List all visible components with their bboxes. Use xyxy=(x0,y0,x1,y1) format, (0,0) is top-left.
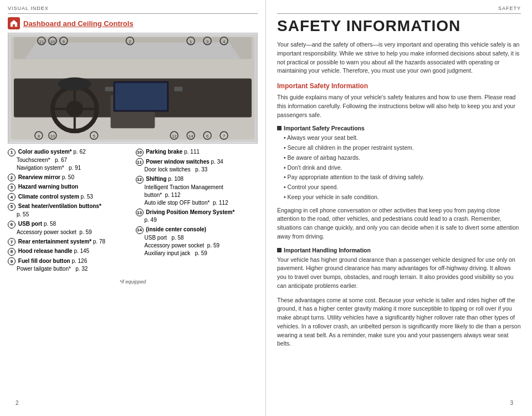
section-title-row: Dashboard and Ceiling Controls xyxy=(8,17,258,29)
precautions-para: Engaging in cell phone conversation or o… xyxy=(277,206,521,241)
list-item: 12 Shifting p. 108 Intelligent Traction … xyxy=(136,175,258,207)
list-item: 1 Color audio system* p. 62 Touchscreen*… xyxy=(8,148,130,172)
list-item: Control your speed. xyxy=(284,183,521,192)
list-item: Always wear your seat belt. xyxy=(284,134,521,143)
left-panel: VISUAL INDEX Dashboard and Ceiling Contr… xyxy=(0,0,266,416)
important-safety-info-title: Important Safety Information xyxy=(277,82,521,90)
precautions-label: Important Safety Precautions xyxy=(277,125,521,131)
list-item: 8 Hood release handle p. 145 xyxy=(8,247,130,256)
square-bullet-icon xyxy=(277,248,282,252)
list-item: 10 Parking brake p. 111 xyxy=(136,148,258,156)
list-item: 6 USB port p. 58 Accessory power socket … xyxy=(8,220,130,236)
svg-text:4: 4 xyxy=(223,39,226,44)
section-title: Dashboard and Ceiling Controls xyxy=(23,19,134,28)
list-item: 14 (inside center console) USB port p. 5… xyxy=(136,226,258,257)
list-item: 11 Power window switches p. 34 Door lock… xyxy=(136,158,258,174)
list-item: Don't drink and drive. xyxy=(284,164,521,173)
svg-text:3: 3 xyxy=(206,39,209,44)
svg-text:5: 5 xyxy=(93,134,95,139)
svg-text:14: 14 xyxy=(188,134,193,139)
handling-para2: These advantages come at some cost. Beca… xyxy=(277,296,521,349)
list-item: 7 Rear entertainment system* p. 78 xyxy=(8,238,130,246)
right-panel: SAFETY SAFETY INFORMATION Your safety—an… xyxy=(266,0,532,416)
list-item: 9 Fuel fill door button p. 126 Power tai… xyxy=(8,257,130,273)
safety-intro: Your safety—and the safety of others—is … xyxy=(277,40,521,75)
list-item: 2 Rearview mirror p. 50 xyxy=(8,174,130,182)
svg-text:9: 9 xyxy=(63,39,65,44)
subsection1-text: This guide explains many of your vehicle… xyxy=(277,93,521,119)
safety-header: SAFETY xyxy=(277,6,521,14)
main-safety-title: SAFETY INFORMATION xyxy=(277,17,521,35)
list-item: Be aware of airbag hazards. xyxy=(284,154,521,163)
svg-text:10: 10 xyxy=(50,134,55,139)
svg-rect-14 xyxy=(174,87,182,92)
svg-rect-11 xyxy=(115,83,167,110)
square-bullet-icon xyxy=(277,126,282,130)
svg-point-12 xyxy=(58,78,91,91)
svg-point-4 xyxy=(66,100,83,117)
svg-text:11: 11 xyxy=(39,39,44,44)
svg-text:6: 6 xyxy=(206,134,209,139)
svg-text:10: 10 xyxy=(50,39,55,44)
page-number-left: 2 xyxy=(16,400,19,406)
list-item: Secure all children in the proper restra… xyxy=(284,144,521,153)
svg-text:2: 2 xyxy=(129,39,131,44)
svg-text:7: 7 xyxy=(223,134,226,139)
list-item: Keep your vehicle in safe condition. xyxy=(284,193,521,202)
handling-para1: Your vehicle has higher ground clearance… xyxy=(277,256,521,291)
list-item: 4 Climate control system p. 53 xyxy=(8,193,130,201)
svg-text:1: 1 xyxy=(190,39,192,44)
page-number-right: 3 xyxy=(510,400,513,406)
svg-rect-13 xyxy=(105,87,114,92)
handling-label: Important Handling Information xyxy=(277,247,521,253)
home-icon xyxy=(8,17,20,29)
svg-text:12: 12 xyxy=(172,134,177,139)
list-item: 13 Driving Position Memory System* p. 49 xyxy=(136,209,258,225)
list-item: 3 Hazard warning button xyxy=(8,183,130,191)
footnote: *if equipped xyxy=(8,279,258,285)
svg-text:8: 8 xyxy=(38,134,40,139)
dashboard-image: 11 10 9 2 1 3 4 8 10 5 xyxy=(8,33,258,144)
items-grid: 1 Color audio system* p. 62 Touchscreen*… xyxy=(8,148,258,275)
list-item: 5 Seat heater/ventilation buttons* p. 55 xyxy=(8,202,130,219)
visual-index-header: VISUAL INDEX xyxy=(8,6,258,14)
list-item: Pay appropriate attention to the task of… xyxy=(284,173,521,182)
precautions-list: Always wear your seat belt. Secure all c… xyxy=(284,134,521,201)
